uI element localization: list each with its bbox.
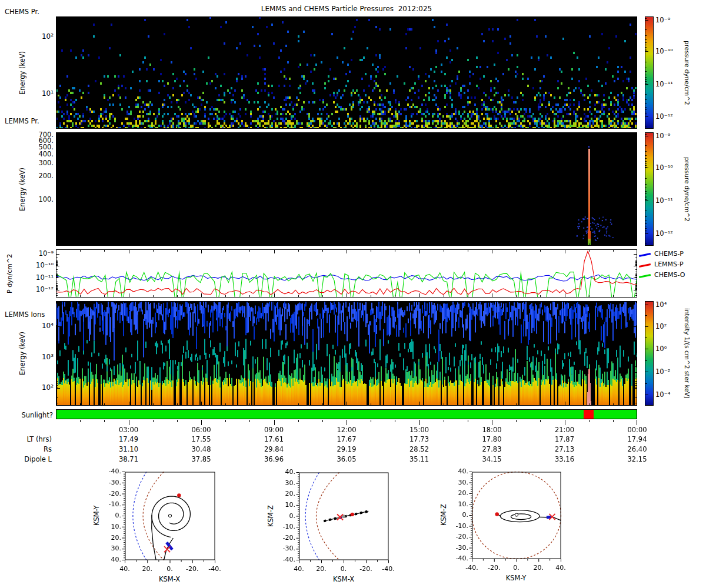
orbit2-xlabel: KSM-X [320,575,367,583]
ephemeris-value-2: 36.96 [257,455,292,463]
time-tick-label: 09:00 [257,426,292,434]
colorbar-tick-p4: 10⁰ [655,345,681,353]
pressure-line-ylabel: P dyn/cm^2 [5,249,14,298]
colorbar-tick-p2: 10⁻¹⁰ [655,163,681,172]
ephemeris-value-2: 36.05 [329,455,364,463]
orbit2-ylabel: KSM-Z [266,472,275,560]
ephemeris-value-1: 27.13 [547,445,582,453]
orbit3-ytick: -40. [450,554,468,563]
lemms-pr-ytick: 100. [24,195,54,203]
pressure-colorbar-mid-label: pressure dyne/cm^2 [682,132,692,246]
time-tick-label: 12:00 [329,426,364,434]
intensity-colorbar [645,301,654,406]
colorbar-tick-p4: 10² [655,322,681,330]
ions-ytick: 10⁴ [24,322,54,330]
time-tick-label: 21:00 [547,426,582,434]
orbit3-xlabel: KSM-Y [492,574,540,582]
colorbar-tick-p1: 10⁻¹⁰ [655,47,681,55]
pressure-colorbar-top [645,16,654,129]
sunlight-label: Sunlight? [6,411,53,419]
pressure-line-plot [56,249,637,298]
ephemeris-value-1: 26.40 [620,445,655,453]
orbit2-ytick: -20. [277,534,295,542]
lemms-ions-spectrogram [56,301,637,406]
ions-ytick: 10³ [24,353,54,361]
orbit1-ytick: 30. [103,544,121,553]
pressure-ytick: 10⁻¹¹ [23,273,54,282]
pressure-colorbar-top-label: pressure dyne/cm^2 [682,16,692,129]
ephemeris-value-0: 17.80 [474,435,509,443]
lemms-pr-ytick: 200. [24,172,54,180]
plot-page: LEMMS and CHEMS Particle Pressures 2012:… [0,0,706,588]
orbit1-ytick: 0. [103,512,121,520]
orbit2-ytick: -10. [277,523,295,531]
orbit-plot-ksmy-ksmz [465,467,565,566]
pressure-colorbar-mid [645,132,654,246]
ions-ytick: 10² [24,383,54,392]
ephemeris-value-2: 33.16 [547,455,582,463]
sunlight-shadow-segment [584,410,594,419]
lemms-pressure-spectrogram [56,132,637,246]
time-tick-label: 15:00 [402,426,437,434]
orbit1-xlabel: KSM-X [146,575,193,583]
orbit3-ytick: 0. [450,511,468,519]
ephemeris-value-2: 37.85 [184,455,219,463]
time-tick-label: 03:00 [111,426,146,434]
ephemeris-value-0: 17.49 [111,435,146,443]
orbit3-ytick: -30. [450,544,468,552]
colorbar-tick-p4: 10⁻⁴ [655,390,681,399]
ephemeris-value-2: 38.71 [111,455,146,463]
ephemeris-value-0: 17.73 [402,435,437,443]
orbit3-ytick: -20. [450,533,468,541]
chems-panel-label: CHEMS Pr. [5,8,39,16]
orbit3-xtick: 40. [547,564,575,572]
orbit1-ylabel: KSM-Y [92,472,101,560]
sunlight-bar [56,409,637,419]
orbit3-ytick: 10. [450,500,468,509]
ephemeris-value-0: 17.94 [620,435,655,443]
ephemeris-value-1: 29.19 [329,445,364,453]
ephemeris-row-label-dipole: Dipole L [5,455,52,463]
ephemeris-row-label-rs: Rs [5,445,52,453]
orbit2-ytick: -40. [277,556,295,564]
orbit2-ytick: 40. [277,468,295,476]
chems-ytick: 10¹ [24,89,54,98]
ephemeris-value-0: 17.67 [329,435,364,443]
orbit2-ytick: 30. [277,479,295,487]
orbit2-ytick: 10. [277,501,295,509]
time-tick-label: 06:00 [184,426,219,434]
intensity-colorbar-label: intensity 1/(s cm^2 ster keV) [682,301,692,406]
page-title: LEMMS and CHEMS Particle Pressures 2012:… [170,5,523,13]
colorbar-tick-p2: 10⁻¹¹ [655,196,681,205]
orbit3-ylabel: KSM-Z [439,472,448,559]
chems-ytick: 10² [24,32,54,41]
colorbar-tick-p4: 10⁻² [655,368,681,376]
orbit2-ytick: 0. [277,512,295,520]
ephemeris-value-2: 34.15 [474,455,509,463]
ephemeris-value-1: 30.48 [184,445,219,453]
chems-o-line-swatch [639,274,651,278]
ephemeris-value-1: 29.84 [257,445,292,453]
orbit1-ytick: 40. [103,556,121,564]
pressure-ytick: 10⁻¹² [23,285,54,293]
pressure-ytick: 10⁻⁹ [23,249,54,258]
legend-label-chems-o: CHEMS-O [654,271,685,279]
colorbar-tick-p1: 10⁻¹¹ [655,80,681,88]
lemms-pr-ytick: 400. [24,150,54,158]
orbit-plot-ksmx-ksmy [118,467,218,569]
orbit3-ytick: 40. [450,467,468,476]
colorbar-tick-p1: 10⁻¹² [655,112,681,121]
legend-item-lemms-p: LEMMS-P [639,260,704,270]
orbit1-ytick: -10. [103,500,121,509]
ephemeris-value-0: 17.87 [547,435,582,443]
orbit-plot-ksmx-ksmz [292,468,392,568]
orbit3-ytick: 20. [450,489,468,497]
ephemeris-row-label-lt: LT (hrs) [5,435,52,443]
ephemeris-value-1: 27.83 [474,445,509,453]
colorbar-tick-p4: 10⁴ [655,300,681,309]
legend-label-lemms-p: LEMMS-P [654,260,684,268]
orbit3-ytick: 30. [450,479,468,487]
orbit2-xtick: -40. [374,565,402,573]
colorbar-tick-p2: 10⁻¹² [655,229,681,238]
orbit1-ytick: -30. [103,479,121,487]
